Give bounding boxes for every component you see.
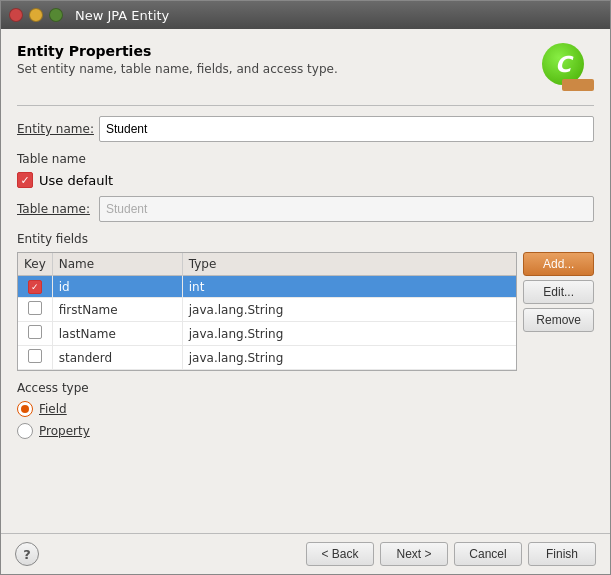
header-row: Entity Properties Set entity name, table… [17, 43, 594, 95]
table-name-section: Table name Use default Table name: [17, 152, 594, 232]
entity-fields-label: Entity fields [17, 232, 594, 246]
radio-field-label: Field [39, 402, 67, 416]
table-name-input[interactable] [99, 196, 594, 222]
table-row[interactable]: firstName java.lang.String [18, 298, 516, 322]
table-name-section-label: Table name [17, 152, 594, 166]
cancel-button[interactable]: Cancel [454, 542, 522, 566]
footer: ? < Back Next > Cancel Finish [1, 533, 610, 574]
row-key-checkbox [28, 349, 42, 363]
footer-right: < Back Next > Cancel Finish [306, 542, 596, 566]
radio-property[interactable] [17, 423, 33, 439]
use-default-label: Use default [39, 173, 113, 188]
logo-shadow [562, 79, 594, 91]
header-text: Entity Properties Set entity name, table… [17, 43, 338, 76]
row-type-cell: java.lang.String [182, 298, 516, 322]
row-key-checkbox [28, 325, 42, 339]
fields-container: Key Name Type id int [17, 252, 594, 371]
radio-field[interactable] [17, 401, 33, 417]
back-button[interactable]: < Back [306, 542, 374, 566]
fields-table-wrapper: Key Name Type id int [17, 252, 517, 371]
row-type-cell: int [182, 276, 516, 298]
row-type-cell: java.lang.String [182, 346, 516, 370]
main-window: New JPA Entity Entity Properties Set ent… [0, 0, 611, 575]
add-button[interactable]: Add... [523, 252, 594, 276]
table-name-label: Table name: [17, 202, 99, 216]
logo [542, 43, 594, 95]
entity-name-row: Entity name: [17, 116, 594, 142]
access-type-label: Access type [17, 381, 594, 395]
table-row[interactable]: id int [18, 276, 516, 298]
fields-table: Key Name Type id int [18, 253, 516, 370]
remove-button[interactable]: Remove [523, 308, 594, 332]
row-name-cell: lastName [52, 322, 182, 346]
radio-property-label: Property [39, 424, 90, 438]
entity-name-label: Entity name: [17, 122, 99, 136]
help-button[interactable]: ? [15, 542, 39, 566]
col-type: Type [182, 253, 516, 276]
row-name-cell: id [52, 276, 182, 298]
row-key-checkbox [28, 301, 42, 315]
row-key-cell [18, 298, 52, 322]
footer-left: ? [15, 542, 39, 566]
entity-fields-section: Entity fields Key Name Type [17, 232, 594, 371]
row-type-cell: java.lang.String [182, 322, 516, 346]
page-title: Entity Properties [17, 43, 338, 59]
close-button[interactable] [9, 8, 23, 22]
radio-field-row: Field [17, 401, 594, 417]
access-type-section: Access type Field Property [17, 381, 594, 445]
row-name-cell: firstName [52, 298, 182, 322]
table-row[interactable]: standerd java.lang.String [18, 346, 516, 370]
col-key: Key [18, 253, 52, 276]
row-key-checkbox [28, 280, 42, 294]
maximize-button[interactable] [49, 8, 63, 22]
use-default-row: Use default [17, 172, 594, 188]
row-key-cell [18, 346, 52, 370]
fields-table-header: Key Name Type [18, 253, 516, 276]
fields-buttons: Add... Edit... Remove [523, 252, 594, 371]
radio-property-row: Property [17, 423, 594, 439]
fields-table-body: id int firstName java.lang.String lastNa… [18, 276, 516, 370]
table-name-row: Table name: [17, 196, 594, 222]
next-button[interactable]: Next > [380, 542, 448, 566]
row-key-cell [18, 322, 52, 346]
main-content: Entity Properties Set entity name, table… [1, 29, 610, 533]
titlebar: New JPA Entity [1, 1, 610, 29]
entity-name-input[interactable] [99, 116, 594, 142]
window-title: New JPA Entity [75, 8, 602, 23]
header-separator [17, 105, 594, 106]
row-name-cell: standerd [52, 346, 182, 370]
use-default-checkbox[interactable] [17, 172, 33, 188]
finish-button[interactable]: Finish [528, 542, 596, 566]
row-key-cell [18, 276, 52, 298]
col-name: Name [52, 253, 182, 276]
edit-button[interactable]: Edit... [523, 280, 594, 304]
page-subtitle: Set entity name, table name, fields, and… [17, 62, 338, 76]
minimize-button[interactable] [29, 8, 43, 22]
table-row[interactable]: lastName java.lang.String [18, 322, 516, 346]
